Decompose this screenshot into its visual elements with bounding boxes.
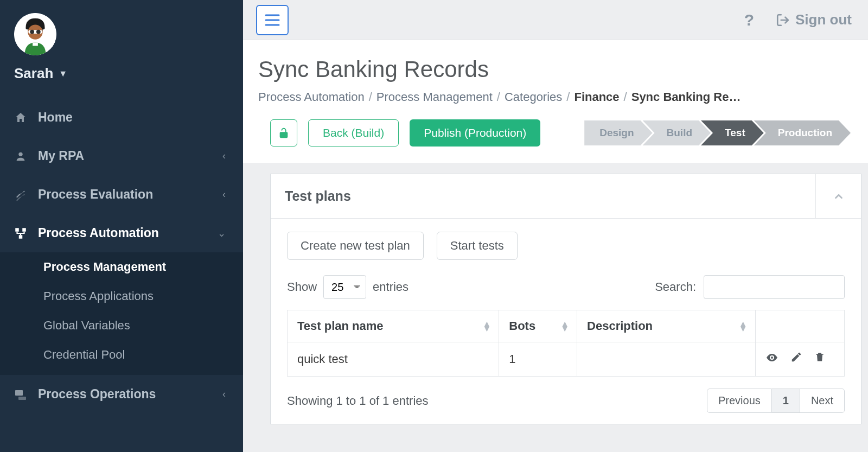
stage-bar: Back (Build) Publish (Production) Design… [243, 104, 868, 163]
svg-rect-7 [22, 228, 26, 232]
breadcrumb-item[interactable]: Categories [505, 90, 562, 104]
breadcrumb: Process Automation / Process Management … [258, 90, 863, 104]
person-icon [13, 150, 28, 162]
sidebar-item-my-rpa[interactable]: My RPA ‹ [0, 137, 243, 175]
breadcrumb-item[interactable]: Process Automation [258, 90, 365, 104]
sidebar-item-process-operations[interactable]: Process Operations ‹ [0, 375, 243, 413]
check-icon [13, 188, 28, 201]
sidebar-subnav-process-automation: Process Management Process Applications … [0, 252, 243, 375]
sidebar-item-label: Process Automation [38, 226, 208, 240]
user-name-dropdown[interactable]: Sarah ▼ [14, 65, 229, 82]
sidebar-item-label: Process Evaluation [38, 187, 213, 202]
breadcrumb-item[interactable]: Process Management [376, 90, 493, 104]
nav: Home My RPA ‹ Process Evaluation ‹ Proce… [0, 98, 243, 413]
test-plans-panel: Test plans Create new test plan Start te… [270, 174, 861, 424]
avatar-icon [14, 13, 56, 55]
cell-bots: 1 [499, 342, 577, 377]
panel-body: Create new test plan Start tests Show 25… [271, 219, 861, 424]
sidebar-item-label: My RPA [38, 149, 213, 163]
breadcrumb-separator: / [624, 90, 627, 104]
breadcrumb-separator: / [369, 90, 372, 104]
test-plans-table: Test plan name ▲▼ Bots ▲▼ Description ▲▼ [287, 310, 845, 377]
create-test-plan-button[interactable]: Create new test plan [287, 232, 424, 260]
home-icon [13, 111, 28, 124]
hamburger-button[interactable] [256, 5, 289, 35]
search-label: Search: [655, 280, 696, 294]
chevron-left-icon: ‹ [222, 389, 226, 400]
main: ? Sign out Sync Banking Records Process … [243, 0, 868, 452]
start-tests-button[interactable]: Start tests [437, 232, 518, 260]
breadcrumb-separator: / [497, 90, 500, 104]
chevron-left-icon: ‹ [222, 150, 226, 162]
panel-actions: Create new test plan Start tests [287, 232, 845, 260]
sidebar-item-label: Process Operations [38, 387, 213, 402]
help-icon[interactable]: ? [744, 11, 754, 29]
sidebar-subitem-label: Global Variables [43, 319, 130, 333]
panel-title: Test plans [271, 174, 815, 218]
signout-icon [776, 13, 790, 27]
edit-button[interactable] [790, 351, 802, 367]
signout-button[interactable]: Sign out [776, 11, 852, 28]
svg-rect-6 [15, 228, 19, 232]
publish-button[interactable]: Publish (Production) [410, 119, 540, 147]
panel-wrap: Test plans Create new test plan Start te… [243, 163, 868, 452]
eye-icon [765, 351, 778, 364]
sidebar-subitem-label: Process Management [43, 260, 166, 274]
sidebar-item-label: Home [38, 110, 226, 125]
chevron-left-icon: ‹ [222, 189, 226, 200]
back-button[interactable]: Back (Build) [308, 119, 399, 147]
avatar[interactable] [14, 13, 56, 55]
hamburger-icon [265, 14, 280, 26]
show-label: Show [287, 280, 317, 294]
sidebar: Sarah ▼ Home My RPA ‹ Process Evaluation… [0, 0, 243, 452]
view-button[interactable] [765, 351, 778, 367]
topbar-right: ? Sign out [744, 11, 852, 29]
sidebar-subitem-global-variables[interactable]: Global Variables [0, 311, 243, 340]
user-name: Sarah [14, 65, 53, 82]
operations-icon [13, 388, 28, 401]
search-input[interactable] [704, 275, 845, 299]
breadcrumb-item-current: Sync Banking Re… [631, 90, 741, 104]
svg-rect-8 [19, 235, 23, 239]
col-test-plan-name[interactable]: Test plan name ▲▼ [288, 310, 499, 342]
unlock-icon [278, 127, 290, 139]
svg-point-5 [18, 152, 22, 156]
col-actions [755, 310, 844, 342]
sidebar-subitem-process-management[interactable]: Process Management [0, 252, 243, 282]
col-bots[interactable]: Bots ▲▼ [499, 310, 577, 342]
delete-button[interactable] [814, 351, 825, 367]
page-title: Sync Banking Records [258, 56, 863, 82]
sort-icon: ▲▼ [482, 321, 491, 331]
sidebar-subitem-process-applications[interactable]: Process Applications [0, 282, 243, 311]
sidebar-item-process-evaluation[interactable]: Process Evaluation ‹ [0, 175, 243, 214]
page-header: Sync Banking Records Process Automation … [243, 40, 868, 104]
chevron-up-icon [833, 190, 845, 202]
step-design[interactable]: Design [584, 120, 652, 145]
sidebar-item-home[interactable]: Home [0, 98, 243, 137]
step-production[interactable]: Production [754, 120, 851, 145]
cell-actions [755, 342, 844, 377]
svg-point-15 [771, 356, 773, 359]
step-track: Design Build Test Production [584, 120, 851, 145]
pager-next[interactable]: Next [800, 389, 845, 413]
search-block: Search: [655, 275, 845, 299]
topbar: ? Sign out [243, 0, 868, 40]
breadcrumb-item[interactable]: Finance [574, 90, 619, 104]
entries-label: entries [373, 280, 409, 294]
lock-button[interactable] [270, 119, 297, 147]
pager-prev[interactable]: Previous [707, 389, 772, 413]
pager: Previous 1 Next [707, 389, 845, 413]
panel-header: Test plans [271, 174, 861, 219]
caret-down-icon: ▼ [59, 69, 67, 79]
page-size-select[interactable]: 25 [323, 275, 366, 299]
sidebar-subitem-credential-pool[interactable]: Credential Pool [0, 340, 243, 370]
sidebar-subitem-label: Process Applications [43, 289, 154, 303]
panel-collapse-button[interactable] [815, 174, 861, 218]
sidebar-item-process-automation[interactable]: Process Automation ⌄ [0, 214, 243, 252]
flow-icon [13, 226, 28, 240]
col-description[interactable]: Description ▲▼ [577, 310, 756, 342]
pager-page-1[interactable]: 1 [772, 389, 800, 413]
table-info: Showing 1 to 1 of 1 entries [287, 394, 429, 408]
trash-icon [814, 351, 825, 363]
step-build[interactable]: Build [643, 120, 711, 145]
